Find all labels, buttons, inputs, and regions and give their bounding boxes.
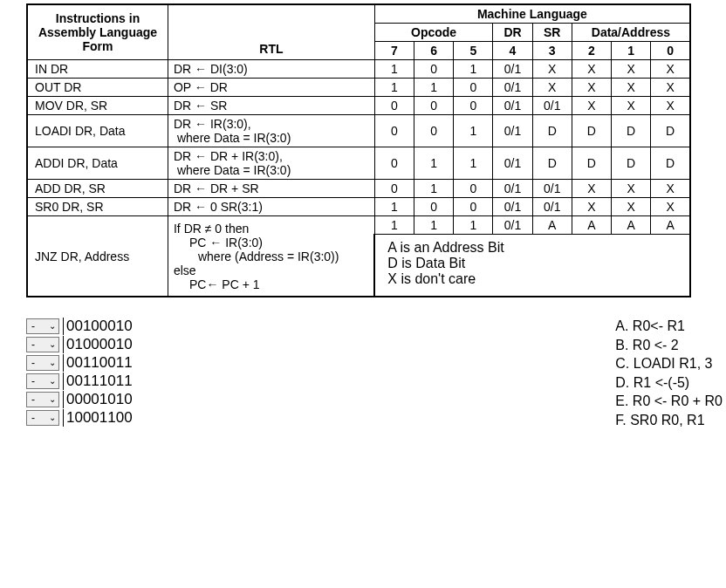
code-row: - ⌄ 00001010 (26, 390, 133, 408)
cell-bit: 1 (374, 60, 414, 79)
cell-bit: X (612, 198, 651, 216)
cell-rtl: OP ← DR (168, 79, 374, 97)
hdr-bit7: 7 (374, 42, 414, 60)
hdr-dr: DR (493, 24, 532, 42)
rtl-line: else (174, 263, 196, 277)
chevron-down-icon: ⌄ (49, 340, 56, 349)
cell-bit: 0/1 (493, 79, 532, 97)
cell-rtl: DR ← SR (168, 97, 374, 115)
hdr-rtl: RTL (168, 4, 374, 60)
chevron-down-icon: ⌄ (49, 377, 56, 386)
answer-key: A. R0<- R1 B. R0 <- 2 C. LOADI R1, 3 D. … (615, 317, 724, 430)
cell-bit: X (612, 79, 651, 97)
cell-bit: 0 (454, 97, 493, 115)
cell-rtl: DR ← 0 SR(3:1) (168, 198, 374, 216)
dropdown-value: - (31, 393, 35, 406)
row-mov: MOV DR, SR DR ← SR 0 0 0 0/1 0/1 X X X (27, 97, 690, 115)
cell-bit: A (532, 216, 572, 235)
cell-bit: D (572, 147, 611, 180)
isa-table: Instructions in Assembly Language Form R… (26, 3, 691, 297)
dropdown-value: - (31, 412, 35, 424)
cell-inst: SR0 DR, SR (27, 198, 168, 216)
row-addi: ADDI DR, Data DR ← DR + IR(3:0), where D… (27, 147, 690, 180)
dropdown-value: - (31, 357, 35, 369)
row-jnz: JNZ DR, Address If DR ≠ 0 then PC ← IR(3… (27, 216, 690, 235)
rtl-line: where (Address = IR(3:0)) (174, 250, 368, 263)
chevron-down-icon: ⌄ (49, 395, 56, 404)
cell-bit: X (612, 97, 651, 115)
hdr-instructions: Instructions in Assembly Language Form (27, 4, 168, 60)
row-loadi: LOADI DR, Data DR ← IR(3:0), where Data … (27, 115, 690, 147)
cell-bit: X (572, 97, 611, 115)
cell-bit: 0/1 (493, 198, 532, 216)
dropdown-value: - (31, 338, 35, 351)
cell-bit: 0/1 (493, 97, 532, 115)
cell-bit: X (572, 180, 611, 198)
answer-c: C. LOADI R1, 3 (615, 354, 723, 373)
cell-bit: 0 (454, 79, 493, 97)
cell-bit: 0/1 (493, 60, 532, 79)
cell-bit: X (572, 79, 611, 97)
match-dropdown[interactable]: - ⌄ (26, 392, 59, 407)
hdr-bit0: 0 (651, 42, 690, 60)
hdr-bit3: 3 (532, 42, 572, 60)
cell-bit: 0/1 (493, 180, 532, 198)
cell-bit: D (532, 115, 572, 147)
cell-bit: X (651, 97, 690, 115)
cell-bit: 0 (414, 97, 453, 115)
match-dropdown[interactable]: - ⌄ (26, 373, 59, 389)
answer-d: D. R1 <-(-5) (615, 373, 723, 393)
answer-f: F. SR0 R0, R1 (615, 411, 723, 430)
rtl-line: DR ← IR(3:0), (174, 117, 251, 131)
cell-bit: X (532, 79, 572, 97)
cell-bit: 1 (374, 216, 414, 235)
cell-rtl: DR ← DI(3:0) (168, 60, 374, 79)
match-dropdown[interactable]: - ⌄ (26, 410, 59, 426)
hdr-sr: SR (532, 24, 572, 42)
rtl-line: PC ← IR(3:0) (174, 236, 368, 250)
match-dropdown[interactable]: - ⌄ (26, 337, 59, 352)
dropdown-value: - (31, 320, 35, 332)
cell-bit: X (651, 60, 690, 79)
code-text: 00111011 (63, 373, 133, 390)
answer-e: E. R0 <- R0 + R0 (615, 392, 723, 411)
cell-inst: ADD DR, SR (27, 180, 168, 198)
cell-bit: 1 (374, 79, 414, 97)
cell-bit: 0/1 (493, 216, 532, 235)
cell-rtl: DR ← DR + IR(3:0), where Data = IR(3:0) (168, 147, 374, 180)
code-text: 00100010 (63, 318, 133, 335)
cell-bit: 1 (374, 198, 414, 216)
rtl-line: PC← PC + 1 (174, 277, 368, 291)
code-text: 10001100 (63, 409, 133, 427)
legend-x: X is don't care (387, 271, 681, 287)
hdr-opcode: Opcode (374, 24, 493, 42)
hdr-bit1: 1 (612, 42, 651, 60)
match-dropdown[interactable]: - ⌄ (26, 355, 59, 371)
cell-bit: 0/1 (493, 147, 532, 180)
legend-a: A is an Address Bit (387, 240, 681, 256)
legend-cell: A is an Address Bit D is Data Bit X is d… (374, 235, 690, 297)
cell-rtl: If DR ≠ 0 then PC ← IR(3:0) where (Addre… (168, 216, 374, 297)
rtl-line: where Data = IR(3:0) (174, 131, 291, 145)
match-dropdown[interactable]: - ⌄ (26, 318, 59, 334)
row-add: ADD DR, SR DR ← DR + SR 0 1 0 0/1 0/1 X … (27, 180, 690, 198)
code-text: 00001010 (63, 391, 133, 408)
cell-bit: D (612, 147, 651, 180)
cell-bit: 1 (454, 115, 493, 147)
cell-bit: 0/1 (493, 115, 532, 147)
cell-bit: X (572, 60, 611, 79)
rtl-line: DR ← DR + IR(3:0), (174, 149, 283, 163)
code-row: - ⌄ 00110011 (26, 353, 133, 372)
cell-bit: X (612, 60, 651, 79)
cell-bit: 1 (414, 180, 453, 198)
chevron-down-icon: ⌄ (49, 359, 56, 367)
cell-bit: D (612, 115, 651, 147)
cell-rtl: DR ← IR(3:0), where Data = IR(3:0) (168, 115, 374, 147)
cell-inst: ADDI DR, Data (27, 147, 168, 180)
legend-d: D is Data Bit (387, 256, 681, 271)
code-row: - ⌄ 00111011 (26, 372, 133, 390)
hdr-bit2: 2 (572, 42, 611, 60)
cell-bit: 0 (414, 115, 453, 147)
cell-inst: IN DR (27, 60, 168, 79)
chevron-down-icon: ⌄ (49, 414, 56, 422)
